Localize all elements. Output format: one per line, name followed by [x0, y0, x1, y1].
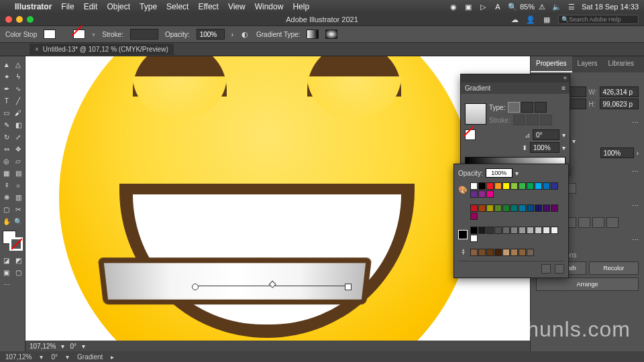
direct-selection-tool[interactable]: △	[13, 59, 24, 70]
swatch-cell[interactable]	[494, 182, 502, 190]
document-tab[interactable]: × Untitled-13* @ 107,12 % (CMYK/Preview)	[30, 44, 174, 55]
sound-icon[interactable]: 🔈	[552, 2, 561, 11]
recolor-button[interactable]: Recolor	[589, 261, 639, 275]
battery-icon[interactable]: 85%	[523, 2, 532, 11]
graph-tool[interactable]: ▥	[13, 192, 24, 202]
swatch-cell[interactable]	[535, 204, 542, 212]
swatch-delete-icon[interactable]	[555, 264, 564, 274]
menu-help[interactable]: Help	[292, 2, 309, 11]
help-search-input[interactable]: 🔍 Search Adobe Help	[558, 15, 639, 24]
align-bottom[interactable]	[606, 217, 619, 228]
swatch-cell[interactable]	[478, 249, 486, 256]
menu-select[interactable]: Select	[166, 2, 189, 11]
swatch-cell[interactable]	[543, 227, 550, 234]
gradient-preview[interactable]	[465, 103, 486, 125]
swatch-cell[interactable]	[519, 204, 526, 212]
swatch-cell[interactable]	[470, 213, 478, 220]
swatch-cell[interactable]	[478, 190, 486, 198]
rotate-tool[interactable]: ↻	[1, 131, 12, 142]
paintbrush-tool[interactable]: 🖌	[13, 107, 24, 118]
swatch-cell[interactable]	[478, 182, 486, 190]
swatch-new-icon[interactable]	[541, 264, 551, 274]
symbol-sprayer-tool[interactable]: ❋	[1, 192, 12, 202]
fill-stroke-control[interactable]	[3, 231, 23, 251]
swatch-cell[interactable]	[470, 249, 478, 256]
menu-edit[interactable]: Edit	[84, 2, 98, 11]
align-vcenter[interactable]	[592, 217, 604, 228]
swatch-cell[interactable]	[494, 204, 502, 212]
gradient-radial-button[interactable]	[325, 29, 337, 39]
swatch-opacity-input[interactable]: 100%	[486, 168, 513, 178]
status-zoom[interactable]: 107,12%	[5, 353, 32, 361]
app-name[interactable]: Illustrator	[15, 2, 52, 11]
mesh-tool[interactable]: ▦	[1, 168, 12, 178]
w-input[interactable]: 426,314 p	[600, 86, 639, 97]
prop-opacity-input[interactable]: 100%	[600, 147, 634, 158]
swatch-cell[interactable]	[527, 227, 534, 234]
gradient-linear-button[interactable]	[307, 29, 319, 39]
swatch-cell[interactable]	[551, 227, 558, 234]
menu-window[interactable]: Window	[255, 2, 284, 11]
curvature-tool[interactable]: ∿	[13, 83, 24, 94]
gradient-angle-input[interactable]: 0°	[533, 129, 559, 140]
lasso-tool[interactable]: ϟ	[13, 71, 24, 82]
swatch-cell[interactable]	[494, 227, 502, 234]
gradient-type-freeform[interactable]	[535, 102, 547, 113]
swatch-cell[interactable]	[470, 190, 478, 198]
pen-tool[interactable]: ✒	[1, 83, 12, 94]
maximize-window-button[interactable]	[27, 16, 34, 23]
gradient-tool[interactable]: ▤	[13, 168, 24, 178]
gradient-panel-collapse-icon[interactable]: «	[564, 74, 567, 82]
status-angle[interactable]: 0°	[51, 353, 58, 361]
swatch-cell[interactable]	[519, 182, 526, 190]
gradient-type-icon[interactable]: ◐	[240, 29, 250, 39]
swatch-cell[interactable]	[527, 182, 534, 190]
color-mode-button[interactable]: ◪	[1, 255, 12, 265]
user-icon[interactable]: 👤	[526, 15, 535, 24]
close-window-button[interactable]	[5, 16, 12, 23]
screen-mode-button[interactable]: ▢	[13, 267, 24, 278]
width-tool[interactable]: ⇔	[1, 143, 12, 154]
emoji-teeth-selected[interactable]	[98, 257, 372, 304]
play-icon[interactable]: ▷	[478, 2, 488, 11]
shape-builder-tool[interactable]: ◎	[1, 156, 12, 166]
opacity-input[interactable]: 100%	[197, 29, 225, 40]
record-icon[interactable]: ▣	[464, 2, 473, 11]
gradient-aspect-input[interactable]: 100%	[530, 142, 559, 153]
menu-effect[interactable]: Effect	[198, 2, 218, 11]
cc-icon[interactable]: ◉	[449, 2, 458, 11]
draw-normal-button[interactable]: ▣	[1, 267, 12, 278]
swatch-cell[interactable]	[551, 204, 558, 212]
swatch-cell[interactable]	[535, 227, 542, 234]
swatch-cell[interactable]	[502, 227, 510, 234]
swatch-cell[interactable]	[511, 204, 518, 212]
clock[interactable]: Sat 18 Sep 14:33	[582, 3, 639, 11]
swatch-cell[interactable]	[551, 182, 558, 190]
color-wheel-icon[interactable]: 🎨	[458, 186, 468, 195]
shaper-tool[interactable]: ✎	[1, 119, 12, 130]
zoom-display[interactable]: 107,12%	[30, 343, 56, 350]
swatch-cell[interactable]	[535, 182, 542, 190]
free-transform-tool[interactable]: ✥	[13, 143, 24, 154]
stroke-color[interactable]	[9, 237, 23, 251]
menu-type[interactable]: Type	[140, 2, 157, 11]
magic-wand-tool[interactable]: ✦	[1, 71, 12, 82]
swatch-cell[interactable]	[486, 204, 494, 212]
swatch-cell[interactable]	[470, 227, 478, 234]
gradient-type-radial[interactable]	[521, 102, 533, 113]
swatch-cell[interactable]	[478, 227, 486, 234]
scale-tool[interactable]: ⤢	[13, 131, 24, 142]
stroke-weight-input[interactable]	[130, 29, 158, 40]
swatch-cell[interactable]	[470, 182, 478, 190]
swatch-cell[interactable]	[511, 182, 518, 190]
slice-tool[interactable]: ✂	[13, 204, 24, 215]
swatch-cell[interactable]	[470, 235, 478, 242]
blend-tool[interactable]: ⟐	[13, 180, 24, 190]
hand-tool[interactable]: ✋	[1, 216, 12, 227]
swatch-cell[interactable]	[486, 227, 494, 234]
swatch-cell[interactable]	[502, 249, 510, 256]
stroke-swatch[interactable]	[73, 29, 85, 39]
type-tool[interactable]: T	[1, 95, 12, 106]
eyedropper-icon[interactable]: ⤉	[458, 248, 468, 257]
eraser-tool[interactable]: ◧	[13, 119, 24, 130]
